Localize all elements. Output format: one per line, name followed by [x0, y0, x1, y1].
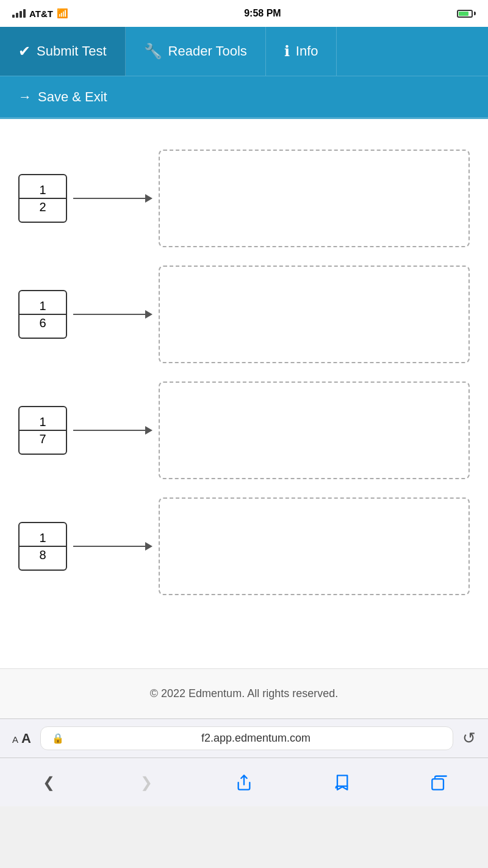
fraction-row-1: 1 2	[18, 150, 470, 247]
bottom-nav: ❮ ❯	[0, 758, 488, 806]
fraction-card-3: 1 7	[18, 406, 67, 455]
drop-zone-3[interactable]	[159, 382, 470, 479]
drop-zone-2[interactable]	[159, 266, 470, 363]
fraction-numerator-4: 1	[20, 532, 66, 547]
battery-icon	[457, 10, 476, 18]
fraction-row-3: 1 7	[18, 382, 470, 479]
forward-button[interactable]: ❯	[128, 764, 165, 801]
fraction-card-1: 1 2	[18, 174, 67, 223]
save-exit-button[interactable]: → Save & Exit	[0, 76, 488, 119]
tabs-button[interactable]	[421, 764, 458, 801]
drop-zone-4[interactable]	[159, 497, 470, 595]
svg-rect-1	[432, 779, 443, 790]
arrow-1	[73, 194, 152, 203]
fraction-row-2: 1 6	[18, 266, 470, 363]
main-content: 1 2 1 6 1 7 1	[0, 119, 488, 668]
info-icon: ℹ	[284, 43, 290, 60]
copyright-text: © 2022 Edmentum. All rights reserved.	[150, 687, 338, 700]
info-button[interactable]: ℹ Info	[266, 27, 337, 76]
font-size-large[interactable]: A	[21, 731, 31, 746]
save-exit-label: Save & Exit	[38, 89, 107, 105]
url-text[interactable]: f2.app.edmentum.com	[70, 732, 442, 745]
fraction-card-4: 1 8	[18, 522, 67, 571]
font-size-control[interactable]: A A	[12, 731, 31, 747]
info-label: Info	[296, 43, 318, 59]
drop-zone-1[interactable]	[159, 150, 470, 247]
wrench-icon: 🔧	[144, 43, 162, 60]
url-bar[interactable]: 🔒 f2.app.edmentum.com	[40, 726, 453, 750]
font-size-small[interactable]: A	[12, 734, 18, 745]
status-time: 9:58 PM	[244, 8, 281, 19]
browser-bar: A A 🔒 f2.app.edmentum.com ↺	[0, 718, 488, 758]
wifi-icon: 📶	[57, 8, 68, 19]
fraction-denominator-1: 2	[20, 199, 66, 213]
fraction-denominator-2: 6	[20, 315, 66, 329]
reader-tools-label: Reader Tools	[168, 43, 247, 59]
fraction-card-2: 1 6	[18, 290, 67, 339]
submit-test-button[interactable]: ✔ Submit Test	[0, 27, 126, 76]
arrow-4	[73, 542, 152, 551]
arrow-2	[73, 310, 152, 319]
nav-row2: → Save & Exit	[0, 76, 488, 119]
status-left: AT&T 📶	[12, 8, 68, 19]
status-bar: AT&T 📶 9:58 PM	[0, 0, 488, 27]
nav-row1: ✔ Submit Test 🔧 Reader Tools ℹ Info	[0, 27, 488, 76]
status-right	[457, 10, 476, 18]
back-button[interactable]: ❮	[30, 764, 67, 801]
reader-tools-button[interactable]: 🔧 Reader Tools	[126, 27, 266, 76]
fraction-denominator-3: 7	[20, 431, 66, 445]
lock-icon: 🔒	[52, 732, 64, 744]
fraction-row-4: 1 8	[18, 497, 470, 595]
exit-icon: →	[18, 89, 32, 105]
fraction-numerator-1: 1	[20, 184, 66, 199]
footer: © 2022 Edmentum. All rights reserved.	[0, 668, 488, 718]
share-button[interactable]	[226, 764, 262, 801]
check-circle-icon: ✔	[18, 43, 30, 60]
arrow-3	[73, 426, 152, 435]
bookmark-button[interactable]	[323, 764, 360, 801]
fraction-denominator-4: 8	[20, 547, 66, 561]
reload-button[interactable]: ↺	[462, 729, 476, 748]
signal-icon	[12, 9, 26, 18]
fraction-numerator-2: 1	[20, 300, 66, 315]
submit-test-label: Submit Test	[37, 43, 107, 59]
carrier-label: AT&T	[29, 9, 53, 19]
fraction-numerator-3: 1	[20, 416, 66, 431]
